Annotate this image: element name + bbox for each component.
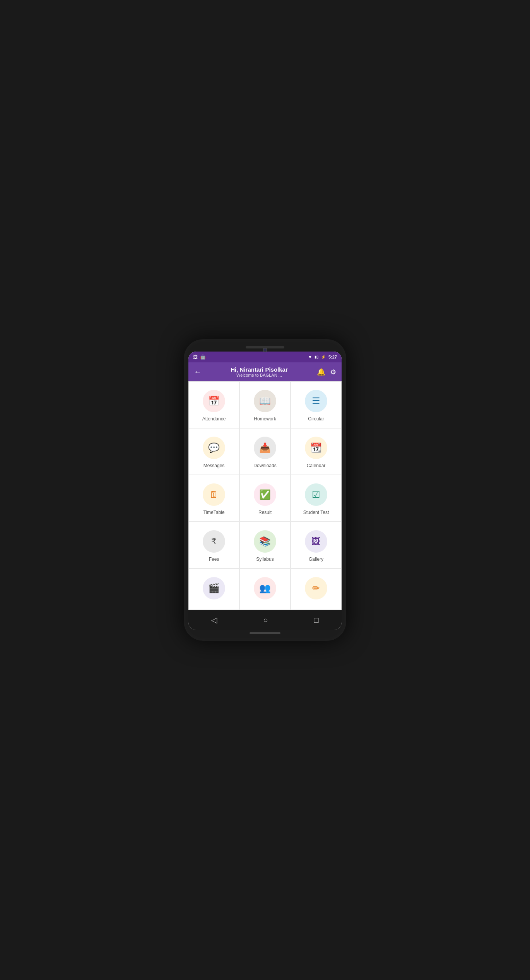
menu-icon-Attendance: 📅 xyxy=(203,390,225,412)
bottom-navigation: ◁ ○ □ xyxy=(188,610,342,630)
menu-label-Result: Result xyxy=(258,510,272,515)
menu-item-Messages[interactable]: 💬Messages xyxy=(188,428,239,475)
menu-label-Homework: Homework xyxy=(254,416,276,422)
menu-label-Messages: Messages xyxy=(203,463,225,468)
nav-home-button[interactable]: ○ xyxy=(263,616,268,625)
camera xyxy=(263,348,267,352)
menu-item-Calendar[interactable]: 📆Calendar xyxy=(291,428,342,475)
header-title-block: Hi, Nirantari Pisolkar Welcome to BAGLAN… xyxy=(205,366,313,377)
menu-label-Downloads: Downloads xyxy=(253,463,276,468)
menu-item-Homework[interactable]: 📖Homework xyxy=(239,381,291,428)
menu-item-Attendance[interactable]: 📅Attendance xyxy=(188,381,239,428)
menu-label-Gallery: Gallery xyxy=(309,557,323,562)
menu-icon-12: 🎬 xyxy=(203,577,225,599)
menu-label-Circular: Circular xyxy=(308,416,324,422)
menu-icon-Syllabus: 📚 xyxy=(254,530,276,553)
menu-icon-Messages: 💬 xyxy=(203,437,225,459)
menu-icon-Result: ✅ xyxy=(254,483,276,506)
menu-item-13[interactable]: 👥 xyxy=(239,569,291,610)
menu-label-Fees: Fees xyxy=(209,557,219,562)
menu-icon-13: 👥 xyxy=(254,577,276,599)
menu-item-14[interactable]: ✏ xyxy=(291,569,342,610)
status-left-icons: 🖼 🤖 xyxy=(193,354,206,360)
menu-item-TimeTable[interactable]: 🗓TimeTable xyxy=(188,475,239,522)
menu-item-Result[interactable]: ✅Result xyxy=(239,475,291,522)
phone-device: 🖼 🤖 ▼ ▮▯ ⚡ 5:27 ← Hi, Nirantari Pisolkar… xyxy=(184,339,346,641)
status-time: 5:27 xyxy=(328,355,337,359)
menu-label-TimeTable: TimeTable xyxy=(203,510,225,515)
menu-item-Circular[interactable]: ☰Circular xyxy=(291,381,342,428)
menu-icon-Calendar: 📆 xyxy=(305,437,327,459)
header-action-icons: 🔔 ⚙ xyxy=(317,368,336,376)
menu-label-Calendar: Calendar xyxy=(307,463,326,468)
menu-icon-Fees: ₹ xyxy=(203,530,225,553)
menu-item-Downloads[interactable]: 📥Downloads xyxy=(239,428,291,475)
settings-icon[interactable]: ⚙ xyxy=(330,368,336,376)
phone-screen: 🖼 🤖 ▼ ▮▯ ⚡ 5:27 ← Hi, Nirantari Pisolkar… xyxy=(188,352,342,630)
menu-icon-14: ✏ xyxy=(305,577,327,599)
phone-bottom-bar xyxy=(250,632,280,634)
menu-item-12[interactable]: 🎬 xyxy=(188,569,239,610)
user-greeting: Hi, Nirantari Pisolkar xyxy=(205,366,313,373)
menu-label-Attendance: Attendance xyxy=(202,416,226,422)
menu-item-Syllabus[interactable]: 📚Syllabus xyxy=(239,522,291,569)
welcome-subtitle: Welcome to BAGLAN ... xyxy=(205,373,313,377)
nav-recent-button[interactable]: □ xyxy=(314,616,318,625)
menu-icon-Student Test: ☑ xyxy=(305,483,327,506)
android-icon: 🤖 xyxy=(200,354,206,360)
battery-icon: ⚡ xyxy=(321,355,326,360)
app-header: ← Hi, Nirantari Pisolkar Welcome to BAGL… xyxy=(188,362,342,381)
bell-icon[interactable]: 🔔 xyxy=(317,368,325,376)
menu-item-Gallery[interactable]: 🖼Gallery xyxy=(291,522,342,569)
menu-item-Student Test[interactable]: ☑Student Test xyxy=(291,475,342,522)
status-bar: 🖼 🤖 ▼ ▮▯ ⚡ 5:27 xyxy=(188,352,342,362)
menu-icon-Gallery: 🖼 xyxy=(305,530,327,553)
status-right: ▼ ▮▯ ⚡ 5:27 xyxy=(308,355,337,360)
back-button[interactable]: ← xyxy=(194,367,202,376)
image-icon: 🖼 xyxy=(193,354,198,360)
menu-label-Student Test: Student Test xyxy=(303,510,329,515)
signal-icon: ▮▯ xyxy=(315,355,318,359)
menu-icon-Homework: 📖 xyxy=(254,390,276,412)
menu-item-Fees[interactable]: ₹Fees xyxy=(188,522,239,569)
menu-icon-Circular: ☰ xyxy=(305,390,327,412)
menu-icon-Downloads: 📥 xyxy=(254,437,276,459)
nav-back-button[interactable]: ◁ xyxy=(211,615,217,625)
menu-icon-TimeTable: 🗓 xyxy=(203,483,225,506)
menu-label-Syllabus: Syllabus xyxy=(256,557,274,562)
menu-grid: 📅Attendance📖Homework☰Circular💬Messages📥D… xyxy=(188,381,342,610)
wifi-icon: ▼ xyxy=(308,355,312,359)
